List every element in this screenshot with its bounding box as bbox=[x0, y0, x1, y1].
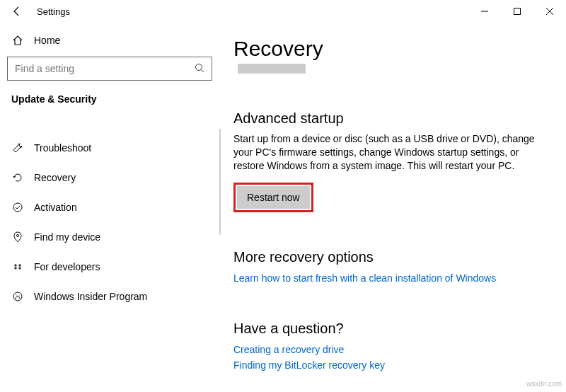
close-icon bbox=[546, 8, 553, 15]
window-controls bbox=[468, 0, 566, 23]
sidebar-item-label: Find my device bbox=[34, 231, 100, 243]
have-question-heading: Have a question? bbox=[233, 321, 542, 337]
sidebar-item-label: Troubleshoot bbox=[34, 142, 91, 154]
check-circle-icon bbox=[11, 202, 24, 213]
close-button[interactable] bbox=[533, 0, 566, 23]
sidebar-item-label: Windows Insider Program bbox=[34, 291, 147, 302]
developer-icon bbox=[11, 261, 24, 272]
sidebar: Home Update & Security Troubleshoot Reco… bbox=[0, 23, 219, 392]
sidebar-item-label: Activation bbox=[34, 202, 77, 213]
sidebar-item-insider-program[interactable]: Windows Insider Program bbox=[7, 282, 212, 311]
link-bitlocker-key[interactable]: Finding my BitLocker recovery key bbox=[233, 359, 542, 371]
advanced-startup-description: Start up from a device or disc (such as … bbox=[233, 132, 542, 173]
recovery-icon bbox=[11, 172, 24, 183]
sidebar-section-header: Update & Security bbox=[7, 91, 212, 112]
sidebar-item-activation[interactable]: Activation bbox=[7, 192, 212, 222]
window-title: Settings bbox=[37, 6, 70, 17]
sidebar-item-troubleshoot[interactable]: Troubleshoot bbox=[7, 133, 212, 163]
sidebar-item-for-developers[interactable]: For developers bbox=[7, 252, 212, 282]
more-recovery-heading: More recovery options bbox=[233, 249, 542, 265]
search-box[interactable] bbox=[7, 57, 212, 81]
arrow-left-icon bbox=[11, 6, 23, 17]
minimize-button[interactable] bbox=[468, 0, 501, 23]
home-label: Home bbox=[34, 35, 60, 46]
get-started-button-partial[interactable] bbox=[238, 64, 306, 74]
search-icon bbox=[195, 63, 204, 75]
location-icon bbox=[11, 231, 24, 243]
advanced-startup-heading: Advanced startup bbox=[233, 110, 542, 127]
link-clean-install[interactable]: Learn how to start fresh with a clean in… bbox=[233, 272, 542, 284]
page-title: Recovery bbox=[233, 37, 542, 61]
maximize-button[interactable] bbox=[501, 0, 533, 23]
sidebar-item-label: Recovery bbox=[34, 172, 76, 183]
svg-point-5 bbox=[17, 235, 19, 237]
svg-point-2 bbox=[196, 64, 202, 70]
sidebar-item-recovery[interactable]: Recovery bbox=[7, 163, 212, 192]
sidebar-item-find-my-device[interactable]: Find my device bbox=[7, 222, 212, 252]
search-input[interactable] bbox=[15, 63, 195, 74]
home-icon bbox=[11, 35, 24, 46]
titlebar: Settings bbox=[0, 0, 566, 23]
svg-line-3 bbox=[202, 69, 204, 72]
svg-rect-1 bbox=[514, 8, 521, 15]
svg-point-4 bbox=[13, 203, 22, 212]
home-nav[interactable]: Home bbox=[7, 28, 212, 52]
restart-now-button[interactable]: Restart now bbox=[237, 186, 310, 209]
scroll-indicator bbox=[219, 129, 221, 235]
maximize-icon bbox=[514, 8, 521, 15]
wrench-icon bbox=[11, 142, 24, 154]
insider-icon bbox=[11, 291, 24, 302]
back-button[interactable] bbox=[6, 0, 28, 23]
main-content: Recovery Advanced startup Start up from … bbox=[219, 23, 566, 392]
minimize-icon bbox=[481, 8, 488, 15]
link-recovery-drive[interactable]: Creating a recovery drive bbox=[233, 344, 542, 355]
sidebar-item-label: For developers bbox=[34, 261, 100, 272]
watermark: wsxdn.com bbox=[526, 380, 562, 388]
highlight-frame: Restart now bbox=[233, 183, 313, 212]
